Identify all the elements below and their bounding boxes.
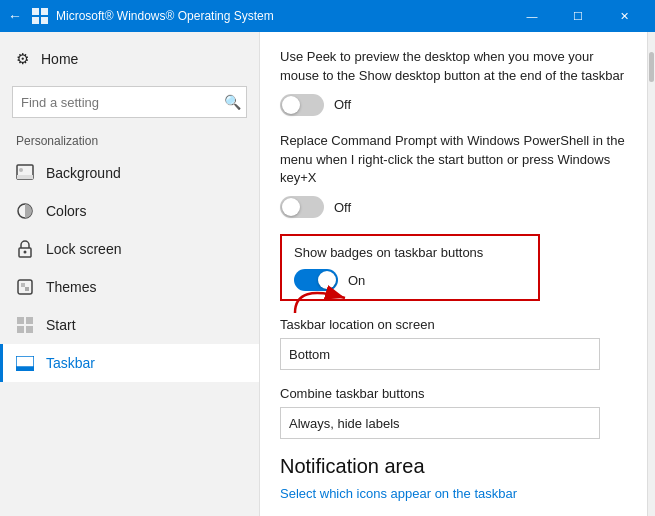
powershell-toggle-thumb xyxy=(282,198,300,216)
background-icon xyxy=(16,164,34,182)
svg-rect-18 xyxy=(16,367,34,371)
themes-label: Themes xyxy=(46,279,97,295)
window-controls: — ☐ ✕ xyxy=(509,0,647,32)
svg-rect-2 xyxy=(32,17,39,24)
badges-toggle-track[interactable] xyxy=(294,269,338,291)
sidebar-item-lock-screen[interactable]: Lock screen xyxy=(0,230,259,268)
notification-area-link[interactable]: Select which icons appear on the taskbar xyxy=(280,486,517,501)
themes-icon xyxy=(16,278,34,296)
svg-rect-1 xyxy=(41,8,48,15)
taskbar-icon xyxy=(16,354,34,372)
sidebar: ⚙ Home 🔍 Personalization Background Colo… xyxy=(0,32,260,516)
svg-rect-17 xyxy=(16,356,34,367)
svg-rect-5 xyxy=(17,175,33,179)
notification-area-heading: Notification area xyxy=(280,455,627,478)
sidebar-item-themes[interactable]: Themes xyxy=(0,268,259,306)
powershell-setting-section: Replace Command Prompt with Windows Powe… xyxy=(280,132,627,219)
combine-buttons-dropdown[interactable]: Always, hide labels xyxy=(280,407,600,439)
badges-toggle-thumb xyxy=(318,271,336,289)
peek-toggle[interactable] xyxy=(280,94,324,116)
scrollbar[interactable] xyxy=(647,32,655,516)
lock-screen-icon xyxy=(16,240,34,258)
sidebar-item-home[interactable]: ⚙ Home xyxy=(0,40,259,78)
powershell-toggle[interactable] xyxy=(280,196,324,218)
lock-screen-label: Lock screen xyxy=(46,241,121,257)
powershell-description: Replace Command Prompt with Windows Powe… xyxy=(280,132,627,189)
powershell-toggle-track[interactable] xyxy=(280,196,324,218)
sidebar-item-colors[interactable]: Colors xyxy=(0,192,259,230)
titlebar: ← Microsoft® Windows® Operating System —… xyxy=(0,0,655,32)
home-label: Home xyxy=(41,51,78,67)
peek-toggle-row: Off xyxy=(280,94,627,116)
svg-point-6 xyxy=(19,168,23,172)
app-body: ⚙ Home 🔍 Personalization Background Colo… xyxy=(0,32,655,516)
section-label: Personalization xyxy=(0,130,259,154)
svg-rect-11 xyxy=(21,283,25,287)
minimize-button[interactable]: — xyxy=(509,0,555,32)
svg-rect-12 xyxy=(25,287,29,291)
taskbar-location-label: Taskbar location on screen xyxy=(280,317,627,332)
background-label: Background xyxy=(46,165,121,181)
back-button[interactable]: ← xyxy=(8,8,22,24)
search-icon[interactable]: 🔍 xyxy=(224,94,241,110)
svg-rect-3 xyxy=(41,17,48,24)
search-container: 🔍 xyxy=(12,86,247,118)
taskbar-location-section: Taskbar location on screen Bottom xyxy=(280,317,627,370)
badges-toggle-row: On xyxy=(294,269,526,291)
content-area: Use Peek to preview the desktop when you… xyxy=(260,32,647,516)
peek-description: Use Peek to preview the desktop when you… xyxy=(280,48,627,86)
badges-highlight-box: Show badges on taskbar buttons On xyxy=(280,234,540,301)
taskbar-label: Taskbar xyxy=(46,355,95,371)
window-title: Microsoft® Windows® Operating System xyxy=(56,9,509,23)
notification-area-section: Notification area Select which icons app… xyxy=(280,455,627,502)
taskbar-location-dropdown[interactable]: Bottom xyxy=(280,338,600,370)
peek-toggle-track[interactable] xyxy=(280,94,324,116)
svg-rect-16 xyxy=(26,326,33,333)
powershell-toggle-row: Off xyxy=(280,196,627,218)
search-input[interactable] xyxy=(12,86,247,118)
combine-buttons-value: Always, hide labels xyxy=(289,416,400,431)
maximize-button[interactable]: ☐ xyxy=(555,0,601,32)
badges-setting-section: Show badges on taskbar buttons On xyxy=(280,234,627,301)
powershell-toggle-label: Off xyxy=(334,200,351,215)
sidebar-item-start[interactable]: Start xyxy=(0,306,259,344)
combine-buttons-section: Combine taskbar buttons Always, hide lab… xyxy=(280,386,627,439)
app-icon xyxy=(32,8,48,24)
badges-description: Show badges on taskbar buttons xyxy=(294,244,526,263)
sidebar-item-background[interactable]: Background xyxy=(0,154,259,192)
colors-icon xyxy=(16,202,34,220)
sidebar-item-taskbar[interactable]: Taskbar xyxy=(0,344,259,382)
colors-label: Colors xyxy=(46,203,86,219)
scrollbar-thumb[interactable] xyxy=(649,52,654,82)
svg-point-9 xyxy=(24,251,27,254)
svg-rect-0 xyxy=(32,8,39,15)
peek-toggle-thumb xyxy=(282,96,300,114)
home-icon: ⚙ xyxy=(16,50,29,68)
badges-toggle-label: On xyxy=(348,273,365,288)
svg-rect-14 xyxy=(26,317,33,324)
svg-rect-13 xyxy=(17,317,24,324)
taskbar-location-value: Bottom xyxy=(289,347,330,362)
combine-buttons-label: Combine taskbar buttons xyxy=(280,386,627,401)
peek-setting-section: Use Peek to preview the desktop when you… xyxy=(280,48,627,116)
svg-rect-15 xyxy=(17,326,24,333)
close-button[interactable]: ✕ xyxy=(601,0,647,32)
peek-toggle-label: Off xyxy=(334,97,351,112)
start-icon xyxy=(16,316,34,334)
start-label: Start xyxy=(46,317,76,333)
badges-toggle[interactable] xyxy=(294,269,338,291)
